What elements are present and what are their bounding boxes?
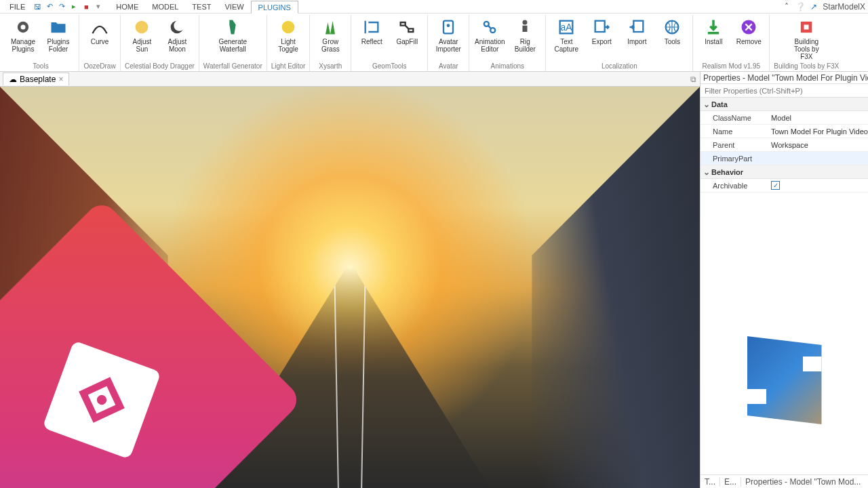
- install-button[interactable]: Install: [697, 16, 730, 47]
- qat-more-icon[interactable]: ▾: [93, 1, 104, 12]
- export-label: Export: [592, 38, 612, 45]
- menu-tab-test[interactable]: TEST: [185, 0, 218, 13]
- text-capture-button[interactable]: aAText Capture: [550, 16, 583, 54]
- close-icon[interactable]: ×: [58, 75, 63, 84]
- f3x-button[interactable]: Building Tools by F3X: [790, 16, 823, 62]
- properties-section-data[interactable]: ⌄Data: [701, 98, 868, 111]
- animation-editor-label: Animation Editor: [475, 38, 505, 53]
- generate-waterfall-button[interactable]: Generate Waterfall: [216, 16, 249, 54]
- menu-tab-home[interactable]: HOME: [109, 0, 145, 13]
- remove-button[interactable]: Remove: [732, 16, 765, 47]
- properties-title: Properties - Model "Town Model For Plugi…: [703, 73, 868, 83]
- properties-bottom-tab[interactable]: E...: [720, 477, 741, 487]
- adjust-sun-label: Adjust Sun: [127, 38, 157, 53]
- ribbon-group-label: Avatar: [439, 62, 458, 71]
- text-capture-label: Text Capture: [551, 38, 581, 53]
- collapse-ribbon-icon[interactable]: ˄: [782, 2, 791, 12]
- avatar-importer-label: Avatar Importer: [433, 38, 463, 53]
- rig-icon: [515, 18, 534, 37]
- quick-access-toolbar: 🖫 ↶ ↷ ▸ ■ ▾: [32, 1, 104, 12]
- grow-grass-button[interactable]: Grow Grass: [314, 16, 347, 54]
- f3x-label: Building Tools by F3X: [791, 38, 821, 60]
- curve-button[interactable]: Curve: [83, 16, 116, 47]
- svg-point-3: [136, 21, 149, 34]
- property-value[interactable]: Town Model For Plugin Video: [768, 127, 868, 136]
- cloud-icon: ☁: [9, 75, 17, 84]
- property-row[interactable]: PrimaryPart: [701, 152, 868, 165]
- properties-section-behavior[interactable]: ⌄Behavior: [701, 165, 868, 179]
- property-key: Parent: [701, 141, 768, 149]
- animation-editor-button[interactable]: Animation Editor: [473, 16, 506, 54]
- properties-bottom-tab[interactable]: T...: [701, 477, 720, 487]
- duplicate-window-icon[interactable]: ⧉: [686, 75, 700, 84]
- import-icon: [627, 18, 646, 37]
- property-row[interactable]: NameTown Model For Plugin Video: [701, 125, 868, 138]
- plugins-folder-button[interactable]: Plugins Folder: [42, 16, 75, 54]
- export-icon: [592, 18, 611, 37]
- property-row[interactable]: ParentWorkspace: [701, 138, 868, 152]
- rig-builder-label: Rig Builder: [510, 38, 540, 53]
- avatar-importer-button[interactable]: Avatar Importer: [432, 16, 465, 54]
- gapfill-label: GapFill: [396, 38, 418, 45]
- property-value[interactable]: Model: [768, 114, 868, 122]
- ribbon-group-label: Waterfall Generator: [203, 62, 262, 71]
- gapfill-button[interactable]: GapFill: [391, 16, 423, 47]
- tools-button[interactable]: Tools: [656, 16, 688, 47]
- stop-icon[interactable]: ■: [81, 1, 92, 12]
- redo-icon[interactable]: ↷: [56, 1, 67, 12]
- remove-label: Remove: [736, 38, 762, 45]
- curve-icon: [90, 18, 109, 37]
- reflect-button[interactable]: Reflect: [355, 16, 388, 47]
- curve-label: Curve: [91, 38, 109, 45]
- import-label: Import: [627, 38, 646, 45]
- reflect-icon: [362, 18, 381, 37]
- menu-tab-plugins[interactable]: PLUGINS: [251, 1, 298, 14]
- svg-point-1: [21, 25, 26, 30]
- properties-bottom-tab[interactable]: Properties - Model "Town Mod...: [741, 477, 868, 487]
- install-label: Install: [705, 38, 722, 45]
- user-name[interactable]: StarModelX: [823, 2, 865, 12]
- properties-filter-input[interactable]: [701, 84, 868, 97]
- checkbox-icon[interactable]: ✓: [771, 181, 780, 190]
- property-value[interactable]: Workspace: [768, 141, 868, 149]
- svg-point-8: [447, 24, 450, 27]
- plugins-folder-label: Plugins Folder: [43, 38, 73, 53]
- grass-icon: [321, 18, 340, 37]
- file-menu[interactable]: FILE: [3, 1, 32, 12]
- globe-icon: [663, 18, 682, 37]
- viewport-3d[interactable]: [0, 87, 700, 488]
- document-tab[interactable]: ☁ Baseplate ×: [3, 73, 69, 85]
- avatar-icon: [439, 18, 458, 37]
- rig-builder-button[interactable]: Rig Builder: [509, 16, 541, 54]
- property-value[interactable]: ✓: [768, 181, 868, 190]
- ribbon-group-label: OozeDraw: [83, 62, 115, 71]
- ribbon-group-label: GeomTools: [372, 62, 407, 71]
- properties-panel: Properties - Model "Town Model For Plugi…: [700, 72, 868, 488]
- import-button[interactable]: Import: [620, 16, 653, 47]
- ribbon-group-label: Light Editor: [271, 62, 306, 71]
- manage-plugins-label: Manage Plugins: [8, 38, 38, 53]
- adjust-moon-button[interactable]: Adjust Moon: [161, 16, 193, 54]
- light-toggle-button[interactable]: Light Toggle: [272, 16, 304, 54]
- property-row[interactable]: Archivable✓: [701, 179, 868, 192]
- save-icon[interactable]: 🖫: [32, 1, 43, 12]
- menu-tab-view[interactable]: VIEW: [218, 0, 250, 13]
- animedit-icon: [480, 18, 499, 37]
- svg-rect-21: [804, 25, 809, 30]
- menu-tab-model[interactable]: MODEL: [145, 0, 185, 13]
- generate-waterfall-label: Generate Waterfall: [218, 38, 248, 53]
- adjust-sun-button[interactable]: Adjust Sun: [125, 16, 158, 54]
- reflect-label: Reflect: [361, 38, 382, 45]
- help-icon[interactable]: ❔: [795, 2, 805, 12]
- share-icon[interactable]: ↗: [809, 2, 818, 12]
- svg-point-11: [523, 20, 528, 25]
- property-key: ClassName: [701, 114, 768, 122]
- undo-icon[interactable]: ↶: [44, 1, 55, 12]
- svg-rect-12: [523, 26, 528, 32]
- ribbon-group-label: Animations: [491, 62, 524, 71]
- property-key: PrimaryPart: [701, 155, 768, 163]
- manage-plugins-button[interactable]: Manage Plugins: [7, 16, 39, 54]
- play-icon[interactable]: ▸: [68, 1, 79, 12]
- export-button[interactable]: Export: [585, 16, 618, 47]
- property-row[interactable]: ClassNameModel: [701, 111, 868, 125]
